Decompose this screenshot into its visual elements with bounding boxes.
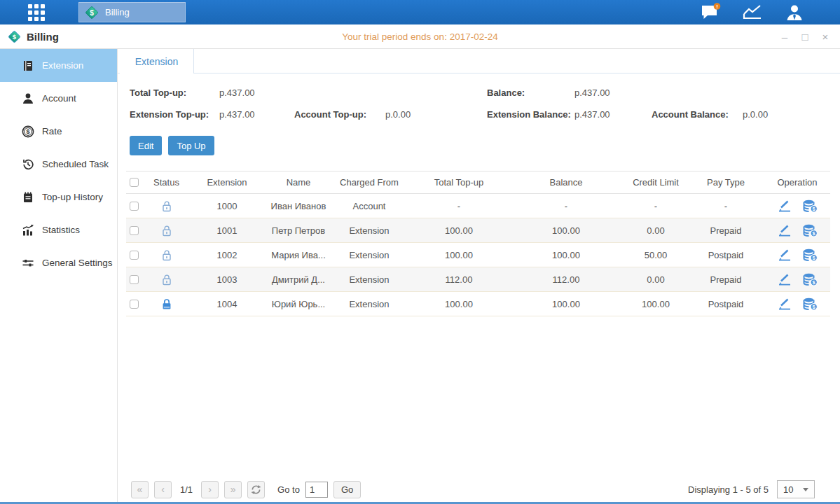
cell-pay-type: Postpaid <box>687 299 764 309</box>
refresh-button[interactable] <box>247 481 265 498</box>
row-checkbox[interactable] <box>130 300 139 309</box>
edit-row-button[interactable] <box>778 200 792 212</box>
row-checkbox[interactable] <box>130 226 139 235</box>
person-icon <box>22 92 34 105</box>
cell-charged-from: Extension <box>329 299 410 309</box>
tab-extension[interactable]: Extension <box>120 49 194 74</box>
topup-button[interactable]: Top Up <box>168 136 214 155</box>
sidebar-item-scheduled-task[interactable]: Scheduled Task <box>0 148 117 181</box>
column-status: Status <box>147 177 186 188</box>
notification-badge-text: ! <box>716 4 718 10</box>
table-row: 1000 Иван Иванов Account - - - - <box>126 194 830 218</box>
resource-monitor-button[interactable] <box>742 2 763 23</box>
edit-pencil-icon <box>778 248 792 261</box>
line-chart-icon <box>742 4 763 21</box>
cell-pay-type: - <box>687 201 764 211</box>
column-charged-from: Charged From <box>329 177 410 188</box>
edit-button[interactable]: Edit <box>130 136 162 155</box>
topup-row-button[interactable]: $ <box>803 224 818 237</box>
extension-table: Status Extension Name Charged From Total… <box>126 171 830 316</box>
user-account-button[interactable] <box>784 2 805 23</box>
notebook-icon <box>22 191 34 204</box>
column-extension: Extension <box>186 177 268 188</box>
edit-row-button[interactable] <box>778 273 792 286</box>
sidebar-item-account[interactable]: Account <box>0 82 117 115</box>
status-unlocked-icon <box>161 200 172 212</box>
sidebar: Extension Account $ Rate Scheduled Task <box>0 49 118 502</box>
prev-page-button[interactable]: ‹ <box>154 481 172 498</box>
page-indicator: 1/1 <box>180 484 193 495</box>
edit-pencil-icon <box>778 224 792 237</box>
ledger-icon <box>22 59 34 72</box>
sidebar-item-label: Account <box>42 93 76 104</box>
cell-pay-type: Postpaid <box>687 250 764 260</box>
edit-row-button[interactable] <box>778 224 792 237</box>
coins-dollar-icon: $ <box>803 200 818 213</box>
table-header: Status Extension Name Charged From Total… <box>126 171 830 194</box>
select-all-checkbox[interactable] <box>130 178 139 187</box>
maximize-button[interactable]: □ <box>800 31 810 43</box>
topup-row-button[interactable]: $ <box>803 248 818 262</box>
edit-row-button[interactable] <box>778 248 792 261</box>
cell-balance: 100.00 <box>508 299 624 309</box>
cell-balance: - <box>508 201 624 211</box>
cell-balance: 112.00 <box>508 274 624 285</box>
cell-extension: 1002 <box>186 250 268 260</box>
dollar-circle-icon: $ <box>22 125 34 138</box>
edit-pencil-icon <box>778 273 792 286</box>
status-unlocked-icon <box>161 274 172 286</box>
close-button[interactable]: × <box>820 31 830 43</box>
taskbar-billing-button[interactable]: $ Billing <box>78 2 186 22</box>
minimize-button[interactable]: – <box>780 31 790 43</box>
sidebar-item-extension[interactable]: Extension <box>0 49 117 82</box>
coins-dollar-icon: $ <box>803 273 818 286</box>
edit-row-button[interactable] <box>778 298 792 310</box>
topup-row-button[interactable]: $ <box>803 298 818 311</box>
page-size-select[interactable]: 10 <box>777 480 815 498</box>
cell-charged-from: Extension <box>329 225 410 236</box>
app-menu-button[interactable] <box>25 1 48 24</box>
last-page-button[interactable]: » <box>224 481 242 498</box>
sidebar-item-rate[interactable]: $ Rate <box>0 115 117 148</box>
window-title: Billing <box>27 31 59 43</box>
cell-total-topup: 112.00 <box>410 274 508 285</box>
goto-page-input[interactable] <box>305 482 328 498</box>
user-icon <box>785 3 804 22</box>
first-page-button[interactable]: « <box>131 481 149 498</box>
cell-credit-limit: 0.00 <box>624 274 687 285</box>
window-titlebar: $ Billing Your trial period ends on: 201… <box>0 24 840 49</box>
cell-extension: 1001 <box>186 225 268 236</box>
column-total-topup: Total Top-up <box>410 177 508 188</box>
cell-charged-from: Account <box>329 201 410 211</box>
notifications-button[interactable]: ! <box>700 2 721 23</box>
row-checkbox[interactable] <box>130 251 139 260</box>
account-topup-value: p.0.00 <box>385 109 411 120</box>
sidebar-item-statistics[interactable]: Statistics <box>0 214 117 246</box>
cell-pay-type: Prepaid <box>687 274 764 285</box>
next-page-button[interactable]: › <box>201 481 219 498</box>
sidebar-item-label: Scheduled Task <box>42 159 109 169</box>
goto-label: Go to <box>277 484 300 495</box>
sidebar-item-general-settings[interactable]: General Settings <box>0 246 117 279</box>
row-checkbox[interactable] <box>130 275 139 284</box>
history-clock-icon <box>22 158 34 171</box>
topup-row-button[interactable]: $ <box>803 273 818 286</box>
balance-summary: Total Top-up: p.437.00 Balance: p.437.00… <box>118 81 840 136</box>
sidebar-item-label: Statistics <box>42 225 80 235</box>
extension-topup-label: Extension Top-up: <box>130 109 209 120</box>
account-balance-label: Account Balance: <box>652 109 729 120</box>
go-button[interactable]: Go <box>333 481 361 498</box>
taskbar-app-label: Billing <box>105 7 130 18</box>
table-body: 1000 Иван Иванов Account - - - - <box>126 194 830 316</box>
extension-balance-value: p.437.00 <box>574 109 610 120</box>
table-row: 1002 Мария Ива... Extension 100.00 100.0… <box>126 243 830 267</box>
toolbar: Edit Top Up <box>130 136 840 155</box>
topup-row-button[interactable]: $ <box>803 200 818 213</box>
row-checkbox[interactable] <box>130 202 139 211</box>
cell-name: Дмитрий Д... <box>268 274 329 285</box>
sidebar-item-label: Extension <box>42 60 83 71</box>
cell-charged-from: Extension <box>329 250 410 260</box>
billing-diamond-icon: $ <box>7 29 22 44</box>
coins-dollar-icon: $ <box>803 298 818 311</box>
sidebar-item-topup-history[interactable]: Top-up History <box>0 181 117 214</box>
